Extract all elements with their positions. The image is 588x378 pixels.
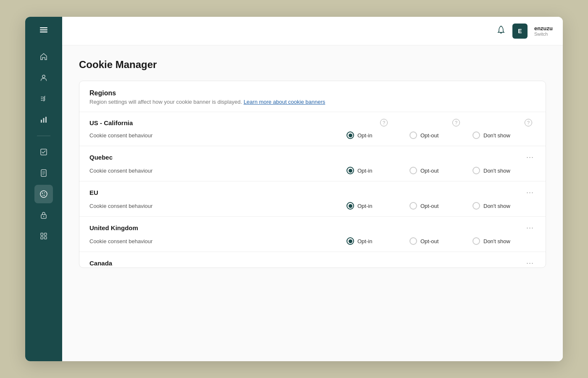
radio-dontshow-us-california[interactable]: Don't show xyxy=(472,131,536,139)
radio-dontshow-eu[interactable]: Don't show xyxy=(472,202,536,210)
region-eu: EU ··· Cookie consent behaviour Opt-in xyxy=(79,181,546,217)
radio-group-uk: Opt-in Opt-out Don't show xyxy=(346,237,536,245)
sidebar-item-tasks[interactable] xyxy=(34,89,53,108)
radio-label-dontshow: Don't show xyxy=(483,132,510,139)
svg-rect-2 xyxy=(40,32,47,32)
regions-card: Regions Region settings will affect how … xyxy=(79,81,546,268)
region-eu-header: EU ··· xyxy=(79,181,546,197)
radio-circle-optout-quebec xyxy=(410,167,417,174)
menu-icon[interactable] xyxy=(39,25,48,36)
region-eu-consent: Cookie consent behaviour Opt-in Opt-out xyxy=(79,197,546,216)
region-canada-header: Canada ··· xyxy=(79,252,546,268)
sidebar-item-document[interactable] xyxy=(34,164,53,182)
svg-point-3 xyxy=(42,75,45,78)
sidebar-item-analytics[interactable] xyxy=(34,110,53,129)
radio-optin-us-california[interactable]: Opt-in xyxy=(346,131,410,139)
region-name-quebec: Quebec xyxy=(89,154,525,161)
sidebar-nav xyxy=(25,47,62,245)
learn-more-link[interactable]: Learn more about cookie banners xyxy=(244,99,325,105)
svg-point-13 xyxy=(42,195,43,196)
radio-optin-quebec[interactable]: Opt-in xyxy=(346,167,410,174)
question-icon-optout[interactable]: ? xyxy=(452,119,460,126)
user-info: enzuzu Switch xyxy=(534,25,553,37)
username: enzuzu xyxy=(534,25,553,32)
svg-rect-0 xyxy=(40,27,47,28)
main-content: E enzuzu Switch Cookie Manager Regions R… xyxy=(62,17,563,361)
region-more-btn-canada[interactable]: ··· xyxy=(525,259,536,268)
svg-rect-18 xyxy=(41,237,43,239)
radio-group-eu: Opt-in Opt-out Don't show xyxy=(346,202,536,210)
question-icons-row: ? ? ? xyxy=(380,119,532,126)
radio-optin-eu[interactable]: Opt-in xyxy=(346,202,410,210)
consent-label-eu: Cookie consent behaviour xyxy=(89,203,346,209)
radio-dontshow-uk[interactable]: Don't show xyxy=(472,237,536,245)
radio-circle-optin-eu xyxy=(346,202,354,210)
radio-label-dontshow-eu: Don't show xyxy=(483,203,510,209)
radio-label-optout-eu: Opt-out xyxy=(420,203,438,209)
sidebar-item-lock[interactable] xyxy=(34,206,53,224)
sidebar-item-users[interactable] xyxy=(34,68,53,87)
sidebar-divider xyxy=(37,136,50,136)
radio-circle-dontshow-eu xyxy=(472,202,480,210)
sidebar xyxy=(25,17,62,361)
radio-label-optin-uk: Opt-in xyxy=(357,238,372,244)
svg-rect-6 xyxy=(45,117,47,123)
radio-dontshow-quebec[interactable]: Don't show xyxy=(472,167,536,174)
region-uk: United Kingdom ··· Cookie consent behavi… xyxy=(79,217,546,252)
radio-circle-optout xyxy=(410,131,417,139)
region-us-california-consent: Cookie consent behaviour Opt-in Opt-out xyxy=(79,126,546,146)
region-uk-consent: Cookie consent behaviour Opt-in Opt-out xyxy=(79,232,546,252)
sidebar-item-cookie[interactable] xyxy=(34,185,53,203)
sidebar-item-home[interactable] xyxy=(34,47,53,66)
consent-label: Cookie consent behaviour xyxy=(89,132,346,139)
sidebar-item-checklist[interactable] xyxy=(34,143,53,161)
radio-optout-eu[interactable]: Opt-out xyxy=(410,202,472,210)
radio-optout-uk[interactable]: Opt-out xyxy=(410,237,472,245)
avatar[interactable]: E xyxy=(512,24,528,39)
svg-point-11 xyxy=(44,192,45,193)
radio-optout-us-california[interactable]: Opt-out xyxy=(410,131,472,139)
svg-rect-1 xyxy=(40,29,47,30)
region-name-uk: United Kingdom xyxy=(89,224,525,231)
question-icon-optin[interactable]: ? xyxy=(380,119,388,126)
region-uk-header: United Kingdom ··· xyxy=(79,217,546,232)
region-more-btn-eu[interactable]: ··· xyxy=(525,188,536,197)
consent-label-uk: Cookie consent behaviour xyxy=(89,238,346,244)
region-quebec: Quebec ··· Cookie consent behaviour Opt-… xyxy=(79,146,546,181)
region-canada: Canada ··· xyxy=(79,252,546,268)
app-window: E enzuzu Switch Cookie Manager Regions R… xyxy=(25,17,563,361)
radio-label-dontshow-uk: Don't show xyxy=(483,238,510,244)
svg-point-15 xyxy=(43,216,44,217)
region-name-eu: EU xyxy=(89,189,525,196)
region-more-btn-uk[interactable]: ··· xyxy=(525,223,536,232)
radio-circle-dontshow-uk xyxy=(472,237,480,245)
radio-circle-optout-uk xyxy=(410,237,417,245)
region-more-btn-quebec[interactable]: ··· xyxy=(525,153,536,162)
switch-label[interactable]: Switch xyxy=(534,32,553,37)
radio-circle-optin xyxy=(346,131,354,139)
header: E enzuzu Switch xyxy=(62,17,563,45)
radio-label-optout-uk: Opt-out xyxy=(420,238,438,244)
notification-bell-icon[interactable] xyxy=(496,25,506,37)
svg-point-9 xyxy=(40,191,47,197)
svg-point-12 xyxy=(44,195,45,196)
region-quebec-header: Quebec ··· xyxy=(79,146,546,162)
radio-label-optout: Opt-out xyxy=(420,132,438,139)
sidebar-item-grid[interactable] xyxy=(34,227,53,245)
radio-group-quebec: Opt-in Opt-out Don't show xyxy=(346,167,536,174)
question-icon-dontshow[interactable]: ? xyxy=(525,119,532,126)
region-us-california: US - California ? ? ? Cookie consent beh… xyxy=(79,112,546,146)
region-name-us-california: US - California xyxy=(89,119,380,126)
regions-card-header: Regions Region settings will affect how … xyxy=(79,81,546,112)
radio-circle-optin-quebec xyxy=(346,167,354,174)
radio-optout-quebec[interactable]: Opt-out xyxy=(410,167,472,174)
radio-circle-dontshow-quebec xyxy=(472,167,480,174)
radio-label-optout-quebec: Opt-out xyxy=(420,168,438,174)
svg-rect-17 xyxy=(45,233,47,236)
radio-group-us-california: Opt-in Opt-out Don't show xyxy=(346,131,536,139)
consent-label-quebec: Cookie consent behaviour xyxy=(89,168,346,174)
page-title: Cookie Manager xyxy=(79,59,546,71)
radio-label-optin-eu: Opt-in xyxy=(357,203,372,209)
radio-optin-uk[interactable]: Opt-in xyxy=(346,237,410,245)
svg-rect-5 xyxy=(43,118,45,123)
